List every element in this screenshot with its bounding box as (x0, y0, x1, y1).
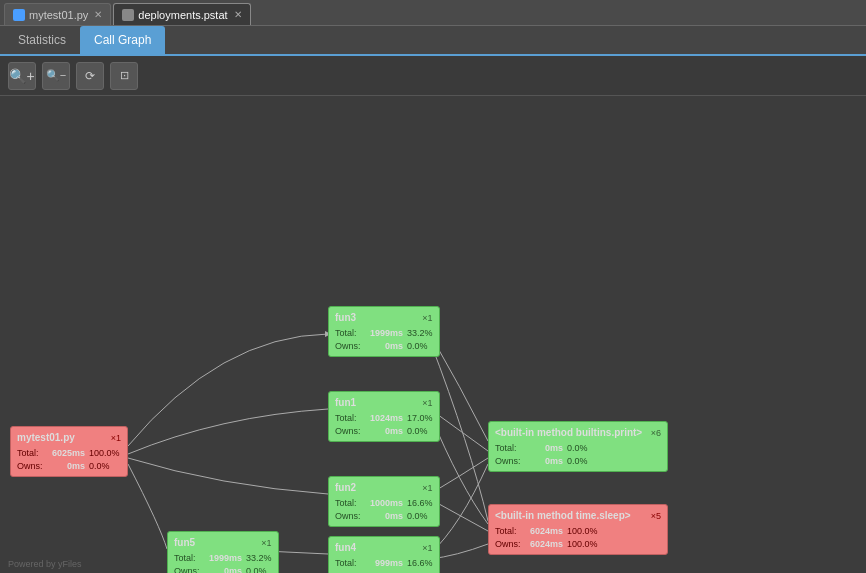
tab-deployments-close[interactable]: ✕ (234, 9, 242, 20)
node-fun1-own-label: Owns: (335, 425, 363, 438)
node-fun2-own-label: Owns: (335, 510, 363, 523)
python-file-icon (13, 9, 25, 21)
node-fun1-total-val: 1024ms (367, 412, 403, 425)
node-fun1-own-pct: 0.0% (407, 425, 428, 438)
node-builtin-print-total-pct: 0.0% (567, 442, 588, 455)
node-builtin-sleep-own-label: Owns: (495, 538, 523, 551)
node-mytest01-count: ×1 (111, 432, 121, 445)
tab-mytest01-label: mytest01.py (29, 9, 88, 21)
node-builtin-print-own-val: 0ms (527, 455, 563, 468)
node-builtin-sleep-total-pct: 100.0% (567, 525, 598, 538)
node-fun1-label: fun1 (335, 396, 356, 410)
node-fun3-label: fun3 (335, 311, 356, 325)
node-fun4-own-label: Owns: (335, 570, 363, 573)
node-fun2-own-val: 0ms (367, 510, 403, 523)
tab-statistics-label: Statistics (18, 33, 66, 47)
zoom-in-button[interactable]: 🔍+ (8, 62, 36, 90)
file-tab-bar: mytest01.py ✕ deployments.pstat ✕ (0, 0, 866, 26)
node-builtin-print-label: <built-in method builtins.print> (495, 426, 642, 440)
node-mytest01-own-label: Owns: (17, 460, 45, 473)
node-fun3-total-pct: 33.2% (407, 327, 433, 340)
zoom-out-button[interactable]: 🔍− (42, 62, 70, 90)
node-builtin-print-total-label: Total: (495, 442, 523, 455)
node-builtin-print-count: ×6 (651, 427, 661, 440)
node-builtin-sleep-total-val: 6024ms (527, 525, 563, 538)
node-fun1-count: ×1 (422, 397, 432, 410)
node-fun4-own-pct: 0.0% (407, 570, 428, 573)
node-fun4-total-val: 999ms (367, 557, 403, 570)
node-fun5-own-val: 0ms (206, 565, 242, 573)
node-fun1[interactable]: fun1 ×1 Total: 1024ms 17.0% Owns: 0ms 0.… (328, 391, 440, 442)
node-builtin-sleep[interactable]: <built-in method time.sleep> ×5 Total: 6… (488, 504, 668, 555)
node-mytest01[interactable]: mytest01.py ×1 Total: 6025ms 100.0% Owns… (10, 426, 128, 477)
node-mytest01-total-pct: 100.0% (89, 447, 120, 460)
tab-callgraph[interactable]: Call Graph (80, 26, 165, 54)
node-fun5-own-label: Owns: (174, 565, 202, 573)
node-mytest01-total-label: Total: (17, 447, 45, 460)
node-fun5-own-pct: 0.0% (246, 565, 267, 573)
node-fun3-count: ×1 (422, 312, 432, 325)
node-builtin-sleep-total-label: Total: (495, 525, 523, 538)
node-builtin-sleep-label: <built-in method time.sleep> (495, 509, 631, 523)
node-fun3-own-val: 0ms (367, 340, 403, 353)
node-fun4-total-pct: 16.6% (407, 557, 433, 570)
node-mytest01-total-val: 6025ms (49, 447, 85, 460)
node-fun2-total-label: Total: (335, 497, 363, 510)
view-tab-bar: Statistics Call Graph (0, 26, 866, 56)
node-fun1-total-pct: 17.0% (407, 412, 433, 425)
tab-statistics[interactable]: Statistics (4, 26, 80, 54)
tab-mytest01[interactable]: mytest01.py ✕ (4, 3, 111, 25)
tab-deployments-label: deployments.pstat (138, 9, 227, 21)
node-builtin-sleep-own-val: 6024ms (527, 538, 563, 551)
node-mytest01-own-pct: 0.0% (89, 460, 110, 473)
node-builtin-sleep-count: ×5 (651, 510, 661, 523)
pstat-file-icon (122, 9, 134, 21)
node-fun1-own-val: 0ms (367, 425, 403, 438)
reset-zoom-button[interactable]: ⟳ (76, 62, 104, 90)
fit-icon: ⊡ (120, 69, 129, 82)
node-mytest01-own-val: 0ms (49, 460, 85, 473)
reset-icon: ⟳ (85, 69, 95, 83)
node-fun5-total-val: 1999ms (206, 552, 242, 565)
node-fun4[interactable]: fun4 ×1 Total: 999ms 16.6% Owns: 0ms 0.0… (328, 536, 440, 573)
toolbar: 🔍+ 🔍− ⟳ ⊡ (0, 56, 866, 96)
node-builtin-print-own-pct: 0.0% (567, 455, 588, 468)
node-fun3-own-pct: 0.0% (407, 340, 428, 353)
footer-text: Powered by yFiles (8, 559, 82, 569)
footer: Powered by yFiles (8, 559, 82, 569)
node-builtin-sleep-own-pct: 100.0% (567, 538, 598, 551)
node-builtin-print-own-label: Owns: (495, 455, 523, 468)
node-fun4-count: ×1 (422, 542, 432, 555)
node-builtin-print[interactable]: <built-in method builtins.print> ×6 Tota… (488, 421, 668, 472)
tab-deployments[interactable]: deployments.pstat ✕ (113, 3, 250, 25)
node-fun2-count: ×1 (422, 482, 432, 495)
node-fun3[interactable]: fun3 ×1 Total: 1999ms 33.2% Owns: 0ms 0.… (328, 306, 440, 357)
node-fun5-count: ×1 (261, 537, 271, 550)
tab-callgraph-label: Call Graph (94, 33, 151, 47)
tab-mytest01-close[interactable]: ✕ (94, 9, 102, 20)
node-mytest01-label: mytest01.py (17, 431, 75, 445)
node-fun2[interactable]: fun2 ×1 Total: 1000ms 16.6% Owns: 0ms 0.… (328, 476, 440, 527)
node-fun3-total-label: Total: (335, 327, 363, 340)
graph-canvas: mytest01.py ×1 Total: 6025ms 100.0% Owns… (0, 96, 866, 573)
fit-button[interactable]: ⊡ (110, 62, 138, 90)
node-fun2-total-pct: 16.6% (407, 497, 433, 510)
zoom-out-icon: 🔍− (46, 69, 66, 82)
node-fun2-own-pct: 0.0% (407, 510, 428, 523)
node-fun3-own-label: Owns: (335, 340, 363, 353)
node-fun5-total-pct: 33.2% (246, 552, 272, 565)
node-fun2-label: fun2 (335, 481, 356, 495)
node-fun5-label: fun5 (174, 536, 195, 550)
node-builtin-print-total-val: 0ms (527, 442, 563, 455)
node-fun5[interactable]: fun5 ×1 Total: 1999ms 33.2% Owns: 0ms 0.… (167, 531, 279, 573)
zoom-in-icon: 🔍+ (9, 68, 34, 84)
node-fun4-label: fun4 (335, 541, 356, 555)
node-fun4-own-val: 0ms (367, 570, 403, 573)
node-fun3-total-val: 1999ms (367, 327, 403, 340)
node-fun5-total-label: Total: (174, 552, 202, 565)
node-fun2-total-val: 1000ms (367, 497, 403, 510)
node-fun4-total-label: Total: (335, 557, 363, 570)
node-fun1-total-label: Total: (335, 412, 363, 425)
